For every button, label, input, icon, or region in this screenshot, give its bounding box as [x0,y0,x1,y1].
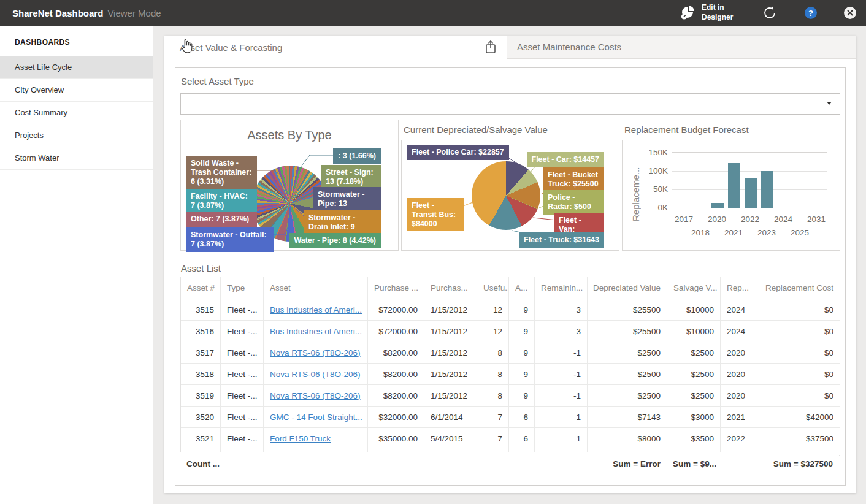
table-cell: 2020 [721,385,754,406]
asset-link[interactable]: GMC - 14 Foot Straight... [270,413,362,422]
budget-forecast-box: Replaceme... 150K100K50K0K20172018202020… [622,140,840,251]
table-cell: Bus Industries of Ameri... [264,321,368,342]
table-cell: $10000 [667,321,721,342]
asset-list-table: Asset #TypeAssetPurchase ...Purchas...Us… [180,277,840,456]
table-cell: $25500 [588,299,667,320]
table-cell: -1 [535,342,588,363]
table-cell: Nova RTS-06 (T8O-206) [264,342,368,363]
close-icon[interactable] [844,7,856,19]
column-header[interactable]: Rep... [721,277,754,299]
table-cell: 1/15/2012 [424,364,477,384]
bar-2020 [711,203,724,208]
column-header[interactable]: Salvage V... [667,277,721,299]
assets-by-type-panel: Assets By Type Solid Waste - Trash Conta [180,120,399,251]
table-cell: 6/1/2014 [424,407,477,427]
tab-asset-maintenance-costs[interactable]: Asset Maintenance Costs [507,36,856,59]
pie-callout: Stormwater - Outfall: 7 (3.87%) [186,227,274,252]
bar-chart-x-tick: 2025 [791,228,809,237]
sidebar-item-projects[interactable]: Projects [0,124,153,147]
column-header[interactable]: A... [509,277,535,299]
table-cell: $32000.00 [368,407,424,427]
table-cell: 6 [509,407,535,427]
bar-chart-x-tick: 2022 [741,215,759,224]
table-cell: $0 [754,342,840,363]
table-cell: 7 [477,407,509,427]
sidebar-item-city-overview[interactable]: City Overview [0,79,153,102]
table-cell: 3518 [181,364,221,384]
column-header[interactable]: Remainin... [535,277,588,299]
bar-2023 [761,171,773,208]
table-cell: $0 [754,299,840,320]
asset-link[interactable]: Nova RTS-06 (T8O-206) [270,370,361,379]
column-header[interactable]: Asset # [181,277,221,299]
table-cell: GMC - 14 Foot Straight... [264,407,368,427]
table-cell: $0 [754,385,840,406]
table-cell: Fleet -... [221,385,264,406]
bar-chart-x-tick: 2024 [774,215,792,224]
bar-chart-y-tick: 150K [641,148,668,157]
table-cell: 12 [477,299,509,320]
asset-link[interactable]: Ford F150 Truck [270,434,331,443]
bar-chart-x-tick: 2021 [724,228,743,237]
asset-link[interactable]: Bus Industries of Ameri... [270,305,362,315]
tab-asset-value-forecasting[interactable]: Asset Value & Forcasting [164,36,507,59]
table-cell: $8200.00 [368,342,424,363]
table-row: 3515Fleet -...Bus Industries of Ameri...… [181,299,840,321]
pie-callout: : 3 (1.66%) [333,148,381,164]
table-cell: Fleet -... [221,407,264,427]
table-cell: $7143 [588,407,667,427]
chevron-down-icon [827,102,832,105]
sidebar-item-cost-summary[interactable]: Cost Summary [0,102,153,124]
table-cell: $8000 [588,428,667,449]
tab-label: Asset Maintenance Costs [517,42,621,52]
bar-chart-x-tick: 2018 [691,228,710,237]
pie-callout: Water - Pipe: 8 (4.42%) [289,233,381,248]
column-header[interactable]: Type [221,277,264,299]
table-cell: 1 [535,407,588,427]
table-cell: $25500 [588,321,667,342]
column-header[interactable]: Purchas... [424,277,477,299]
table-row: 3520Fleet -...GMC - 14 Foot Straight...$… [181,407,840,428]
share-export-icon[interactable] [485,40,497,56]
table-cell: $2500 [588,342,667,363]
bar-chart-x-tick: 2023 [757,228,776,237]
dashboard-card: Asset Value & Forcasting Asset Maintenan… [164,36,856,493]
column-header[interactable]: Usefu... [477,277,509,299]
edit-in-designer-button[interactable]: Edit in Designer [679,3,735,22]
table-row: 3516Fleet -...Bus Industries of Ameri...… [181,321,840,342]
charts-row: Assets By Type Solid Waste - Trash Conta [180,120,840,251]
table-cell: 2020 [721,364,754,384]
table-cell: $10000 [667,299,721,320]
pie-callout: Facility - HVAC: 7 (3.87%) [186,189,257,213]
table-cell: 8 [477,385,509,406]
bar-chart-y-tick: 100K [641,166,668,175]
asset-link[interactable]: Nova RTS-06 (T8O-206) [270,348,361,357]
pie-callout: Fleet - Car: $14457 [527,152,604,167]
table-cell: 1/15/2012 [424,299,477,320]
table-cell: 1/15/2012 [424,342,477,363]
table-cell: $72000.00 [368,299,424,320]
refresh-icon[interactable] [762,5,778,21]
asset-link[interactable]: Nova RTS-06 (T8O-206) [270,391,361,400]
column-header[interactable]: Replacement Cost [754,277,840,299]
table-cell: $42000 [754,407,840,427]
help-icon[interactable]: ? [805,7,817,19]
asset-type-dropdown[interactable] [180,93,840,115]
sidebar-item-asset-life-cycle[interactable]: Asset Life Cycle [0,56,153,79]
table-row: 3518Fleet -...Nova RTS-06 (T8O-206)$8200… [181,364,840,385]
table-cell: 5/4/2015 [424,428,477,449]
asset-link[interactable]: Bus Industries of Ameri... [270,327,362,336]
column-header[interactable]: Asset [264,277,368,299]
table-cell: $3000 [667,407,721,427]
table-cell: Fleet -... [221,364,264,384]
app-mode: Viewer Mode [107,8,161,18]
sidebar-item-storm-water[interactable]: Storm Water [0,147,153,170]
pie-callout: Fleet - Bucket Truck: $25500 [543,167,604,192]
table-cell: 12 [477,321,509,342]
top-bar-actions: Edit in Designer ? [679,3,856,22]
salvage-value-panel: Current Depreciated/Salvage Value [401,120,619,251]
bar-chart-y-tick: 0K [641,203,668,212]
column-header[interactable]: Depreciated Value [588,277,667,299]
column-header[interactable]: Purchase ... [368,277,424,299]
pie-callout: Solid Waste - Trash Container: 6 (3.31%) [186,156,257,189]
